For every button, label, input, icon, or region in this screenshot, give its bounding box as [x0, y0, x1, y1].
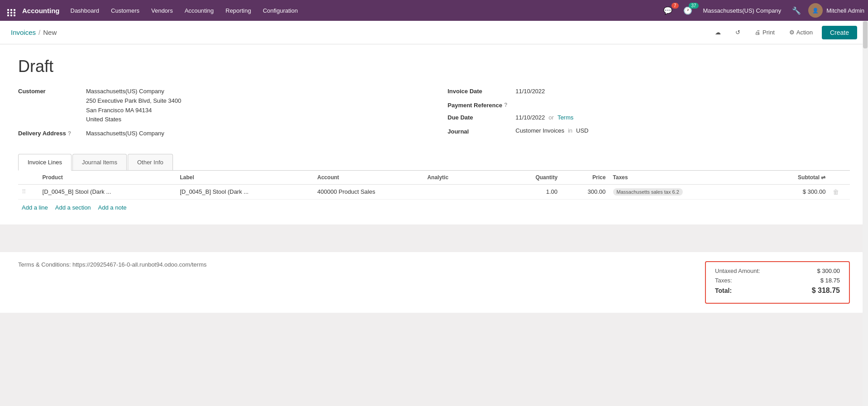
terms-url[interactable]: https://20925467-16-0-all.runbot94.odoo.…: [72, 261, 206, 268]
add-section-link[interactable]: Add a section: [55, 204, 91, 211]
print-icon: 🖨: [755, 29, 761, 36]
tax-badge[interactable]: Massachusetts sales tax 6.2: [613, 188, 683, 196]
payment-ref-help-icon[interactable]: ?: [504, 102, 507, 108]
nav-configuration[interactable]: Configuration: [257, 5, 303, 17]
nav-vendors[interactable]: Vendors: [146, 5, 178, 17]
due-date-value[interactable]: 11/10/2022: [516, 113, 545, 123]
invoice-date-value[interactable]: 11/10/2022: [516, 87, 545, 96]
tabs-container: Invoice Lines Journal Items Other Info: [18, 154, 850, 171]
nav-reporting[interactable]: Reporting: [220, 5, 256, 17]
tab-other-info[interactable]: Other Info: [128, 154, 173, 170]
discuss-button[interactable]: 💬 7: [660, 5, 676, 17]
row-label[interactable]: [D_0045_B] Stool (Dark ...: [176, 184, 314, 199]
col-handle-header: [18, 171, 39, 185]
nav-accounting[interactable]: Accounting: [179, 5, 219, 17]
untaxed-label: Untaxed Amount:: [715, 267, 760, 274]
journal-field: Journal Customer Invoices in USD: [448, 127, 850, 135]
terms-link[interactable]: Terms: [557, 113, 573, 123]
terms-label: Terms & Conditions:: [18, 261, 71, 268]
total-value: $ 318.75: [812, 287, 840, 295]
user-avatar[interactable]: 👤: [808, 3, 823, 18]
user-name[interactable]: Mitchell Admin: [826, 7, 864, 14]
avatar-image: 👤: [812, 8, 819, 14]
invoice-status: Draft: [18, 57, 850, 76]
row-quantity[interactable]: 1.00: [506, 184, 561, 199]
breadcrumb-current: New: [43, 29, 57, 36]
untaxed-value: $ 300.00: [817, 267, 840, 274]
row-product[interactable]: [D_0045_B] Stool (Dark ...: [39, 184, 177, 199]
row-account[interactable]: 400000 Product Sales: [314, 184, 424, 199]
or-text: or: [549, 113, 554, 123]
print-button[interactable]: 🖨 Print: [749, 26, 780, 38]
col-product-header: Product: [39, 171, 177, 185]
row-price[interactable]: 300.00: [561, 184, 609, 199]
delivery-label: Delivery Address ?: [18, 129, 86, 137]
due-date-value-row: 11/10/2022 or Terms: [516, 113, 574, 123]
taxes-value: $ 18.75: [820, 277, 840, 284]
payment-ref-field: Payment Reference ?: [448, 101, 850, 109]
undo-icon: ↺: [735, 29, 740, 36]
customer-name: Massachusetts(US) Company: [86, 87, 181, 96]
journal-label: Journal: [448, 127, 516, 135]
total-label: Total:: [715, 287, 732, 294]
customer-value[interactable]: Massachusetts(US) Company 250 Executive …: [86, 87, 181, 124]
col-price-header: Price: [561, 171, 609, 185]
totals-box: Untaxed Amount: $ 300.00 Taxes: $ 18.75 …: [705, 261, 850, 304]
chat-icon: 💬: [663, 6, 672, 15]
top-menu: Dashboard Customers Vendors Accounting R…: [65, 5, 658, 17]
row-taxes[interactable]: Massachusetts sales tax 6.2: [609, 184, 747, 199]
row-subtotal: $ 300.00: [747, 184, 829, 199]
tab-invoice-lines[interactable]: Invoice Lines: [18, 154, 72, 171]
add-line-row: Add a line Add a section Add a note: [18, 200, 850, 215]
add-note-link[interactable]: Add a note: [98, 204, 127, 211]
drag-handle[interactable]: ⠿: [22, 188, 26, 195]
gear-icon: ⚙: [789, 29, 795, 36]
breadcrumb-bar: Invoices / New ☁ ↺ 🖨 Print ⚙ Action Crea…: [0, 21, 868, 44]
app-logo[interactable]: Accounting: [4, 5, 63, 16]
create-button[interactable]: Create: [822, 26, 857, 39]
breadcrumb: Invoices / New: [11, 29, 57, 36]
due-date-field: Due Date 11/10/2022 or Terms: [448, 113, 850, 123]
add-line-link[interactable]: Add a line: [22, 204, 48, 211]
payment-ref-label: Payment Reference ?: [448, 101, 516, 109]
nav-customers[interactable]: Customers: [106, 5, 145, 17]
row-analytic[interactable]: [424, 184, 506, 199]
action-button[interactable]: ⚙ Action: [784, 26, 818, 38]
journal-in-text: in: [568, 127, 572, 134]
col-taxes-header: Taxes: [609, 171, 747, 185]
total-row: Total: $ 318.75: [715, 287, 840, 295]
form-fields-row: Customer Massachusetts(US) Company 250 E…: [18, 87, 850, 143]
journal-currency: USD: [576, 127, 588, 134]
app-name: Accounting: [22, 7, 60, 14]
scrollbar-track[interactable]: [863, 21, 868, 406]
delete-row-button[interactable]: 🗑: [833, 188, 839, 196]
taxes-row: Taxes: $ 18.75: [715, 277, 840, 284]
settings-icon[interactable]: 🔧: [788, 5, 805, 17]
delivery-value[interactable]: Massachusetts(US) Company: [86, 129, 164, 139]
invoice-form: Draft Customer Massachusetts(US) Company…: [0, 44, 868, 224]
activity-button[interactable]: 🕐 37: [680, 5, 696, 17]
table-row: ⠿ [D_0045_B] Stool (Dark ... [D_0045_B] …: [18, 184, 850, 199]
upload-icon: ☁: [715, 29, 721, 36]
scrollbar-thumb[interactable]: [863, 21, 868, 48]
invoice-lines-table: Product Label Account Analytic Quantity …: [18, 171, 850, 200]
due-date-label: Due Date: [448, 113, 516, 121]
breadcrumb-separator: /: [38, 29, 40, 36]
company-selector[interactable]: Massachusetts(US) Company: [700, 7, 785, 14]
untaxed-amount-row: Untaxed Amount: $ 300.00: [715, 267, 840, 274]
invoice-date-label: Invoice Date: [448, 87, 516, 95]
tabs: Invoice Lines Journal Items Other Info: [18, 154, 850, 170]
customer-address1: 250 Executive Park Blvd, Suite 3400: [86, 96, 181, 106]
top-navigation: Accounting Dashboard Customers Vendors A…: [0, 0, 868, 21]
breadcrumb-invoices[interactable]: Invoices: [11, 29, 36, 36]
undo-button[interactable]: ↺: [730, 26, 746, 38]
col-qty-header: Quantity: [506, 171, 561, 185]
upload-button[interactable]: ☁: [710, 26, 726, 38]
form-right-column: Invoice Date 11/10/2022 Payment Referenc…: [448, 87, 850, 143]
terms-conditions: Terms & Conditions: https://20925467-16-…: [18, 261, 206, 268]
tab-journal-items[interactable]: Journal Items: [72, 154, 127, 170]
journal-value[interactable]: Customer Invoices: [516, 127, 565, 134]
nav-dashboard[interactable]: Dashboard: [65, 5, 105, 17]
col-label-header: Label: [176, 171, 314, 185]
delivery-help-icon[interactable]: ?: [68, 130, 71, 137]
